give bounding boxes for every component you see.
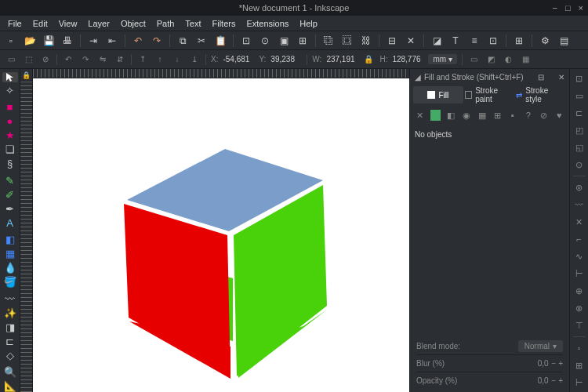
snap-rotation-icon[interactable]: ⊗	[573, 302, 586, 314]
snap-text-icon[interactable]: ⊤	[573, 319, 586, 332]
selector-tool[interactable]	[2, 72, 18, 82]
ruler-vertical[interactable]	[20, 78, 33, 392]
menu-layer[interactable]: Layer	[83, 17, 114, 30]
flip-h-icon[interactable]: ⇋	[96, 53, 109, 66]
inherit-paint-icon[interactable]: ♥	[554, 110, 564, 121]
layer-select-icon[interactable]: ▭	[5, 53, 17, 66]
calligraphy-tool[interactable]: ✒	[2, 203, 18, 215]
layers-icon[interactable]: ≡	[468, 34, 481, 47]
snap-bbox-icon[interactable]: ▭	[573, 89, 586, 102]
copy-icon[interactable]: ⧉	[176, 34, 189, 47]
mesh-gradient-icon[interactable]: ▦	[477, 110, 488, 121]
fill-dialog-icon[interactable]: ◪	[430, 34, 443, 47]
menu-extensions[interactable]: Extensions	[241, 17, 293, 30]
zoom-drawing-icon[interactable]: ▣	[278, 34, 290, 47]
tweak-tool[interactable]: 〰	[2, 293, 18, 305]
cut-icon[interactable]: ✂	[195, 34, 208, 47]
snap-node-icon[interactable]: ⊚	[573, 181, 586, 194]
snap-path-icon[interactable]: 〰	[573, 198, 586, 211]
blur-dec-icon[interactable]: −	[552, 359, 557, 368]
text-dialog-icon[interactable]: T	[449, 34, 462, 47]
flat-color-icon[interactable]	[430, 110, 441, 121]
menu-text[interactable]: Text	[180, 17, 205, 30]
rotate-cw-icon[interactable]: ↷	[79, 53, 92, 66]
flip-v-icon[interactable]: ⇵	[114, 53, 126, 66]
affect-gradient-icon[interactable]: ◐	[502, 53, 514, 66]
close-icon[interactable]: ×	[579, 3, 583, 13]
unlink-icon[interactable]: ⛓	[360, 34, 372, 47]
blur-inc-icon[interactable]: +	[558, 359, 563, 368]
rect-tool[interactable]: ■	[2, 101, 18, 113]
paste-icon[interactable]: 📋	[214, 34, 227, 47]
snap-page-icon[interactable]: ▫	[573, 342, 586, 354]
snap-enable-icon[interactable]: ⊡	[573, 72, 586, 85]
menu-path[interactable]: Path	[152, 17, 180, 30]
pattern-icon[interactable]: ⊞	[492, 110, 503, 121]
pencil-tool[interactable]: ✎	[2, 175, 18, 187]
y-value[interactable]: 39,238	[270, 55, 302, 64]
prefs-icon[interactable]: ⚙	[539, 34, 551, 47]
canvas[interactable]	[33, 78, 409, 392]
star-tool[interactable]: ★	[2, 129, 18, 141]
unit-select[interactable]: mm▾	[428, 54, 457, 64]
spiral-tool[interactable]: §	[2, 158, 18, 169]
unknown-paint-icon[interactable]: ?	[523, 110, 534, 121]
tab-fill[interactable]: Fill	[413, 86, 463, 103]
maximize-icon[interactable]: □	[565, 3, 571, 13]
radial-gradient-icon[interactable]: ◉	[461, 110, 472, 121]
lower-icon[interactable]: ↓	[171, 53, 183, 66]
blend-mode-select[interactable]: Normal▾	[518, 340, 563, 352]
zoom-fit-icon[interactable]: ⊡	[240, 34, 252, 47]
snap-intersect-icon[interactable]: ✕	[573, 216, 586, 228]
xml-icon[interactable]: ⊡	[487, 34, 499, 47]
lower-bottom-icon[interactable]: ⤓	[188, 53, 201, 66]
menu-view[interactable]: View	[54, 17, 82, 30]
minimize-icon[interactable]: −	[552, 3, 557, 13]
affect-stroke-icon[interactable]: ▭	[467, 53, 480, 66]
ellipse-tool[interactable]: ●	[2, 115, 18, 127]
raise-icon[interactable]: ↑	[154, 53, 166, 66]
snap-guide-icon[interactable]: ⊢	[573, 376, 586, 389]
menu-edit[interactable]: Edit	[28, 17, 53, 30]
duplicate-icon[interactable]: ⿻	[322, 34, 335, 47]
group-icon[interactable]: ⊟	[386, 34, 398, 47]
panel-menu-icon[interactable]: ⊟	[538, 73, 544, 82]
ruler-lock-icon[interactable]: 🔒	[20, 69, 33, 82]
raise-top-icon[interactable]: ⤒	[136, 53, 149, 66]
mesh-tool[interactable]: ▦	[2, 248, 18, 260]
select-all-icon[interactable]: ⬚	[22, 53, 34, 66]
tab-stroke-style[interactable]: ⇄Stroke style	[516, 86, 566, 103]
doc-prefs-icon[interactable]: ▤	[557, 34, 570, 47]
zoom-page-icon[interactable]: ⊙	[259, 34, 271, 47]
opacity-dec-icon[interactable]: −	[552, 376, 557, 385]
blur-value[interactable]: 0,0	[538, 359, 549, 368]
opacity-inc-icon[interactable]: +	[558, 376, 563, 385]
align-icon[interactable]: ⊞	[513, 34, 525, 47]
new-icon[interactable]: ▫	[5, 34, 17, 47]
affect-pattern-icon[interactable]: ▦	[519, 53, 532, 66]
snap-edge-icon[interactable]: ⊏	[573, 107, 586, 119]
bezier-tool[interactable]: ✐	[2, 189, 18, 201]
snap-line-mid-icon[interactable]: ⊢	[573, 267, 586, 280]
snap-grid-icon[interactable]: ⊞	[573, 359, 586, 372]
dropper-tool[interactable]: 💧	[2, 262, 18, 274]
lpe-tool[interactable]: ◇	[2, 350, 18, 361]
snap-center-icon[interactable]: ⊙	[573, 158, 586, 171]
zoom-tool[interactable]: 🔍	[2, 366, 18, 378]
box3d-tool[interactable]: ❏	[2, 143, 18, 155]
open-icon[interactable]: 📂	[24, 34, 36, 47]
ruler-horizontal[interactable]	[33, 69, 409, 78]
redo-icon[interactable]: ↷	[151, 34, 163, 47]
snap-midpoint-icon[interactable]: ◱	[573, 141, 586, 154]
rotate-ccw-icon[interactable]: ↶	[62, 53, 74, 66]
undo-icon[interactable]: ↶	[132, 34, 144, 47]
x-value[interactable]: -54,681	[223, 55, 254, 64]
h-value[interactable]: 128,776	[392, 55, 423, 64]
swatch-icon[interactable]: ▪	[507, 110, 518, 121]
import-icon[interactable]: ⇥	[87, 34, 100, 47]
ungroup-icon[interactable]: ✕	[405, 34, 417, 47]
clone-icon[interactable]: ⿴	[341, 34, 354, 47]
deselect-icon[interactable]: ⊘	[39, 53, 52, 66]
menu-file[interactable]: File	[3, 17, 27, 30]
menu-object[interactable]: Object	[116, 17, 151, 30]
